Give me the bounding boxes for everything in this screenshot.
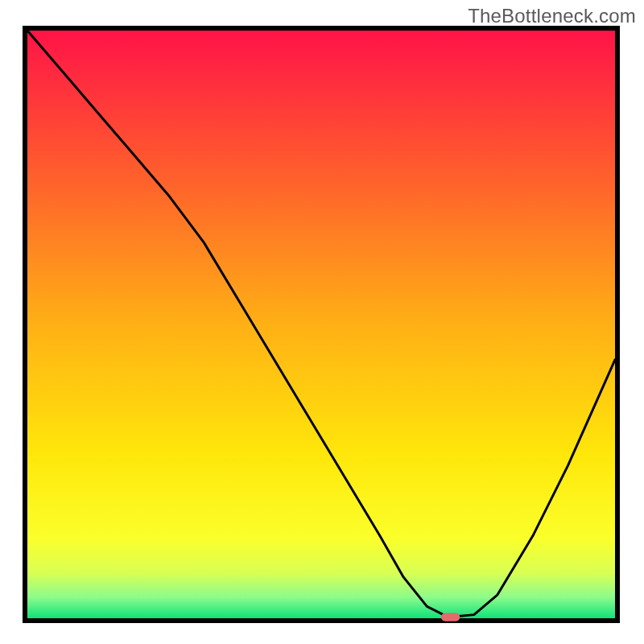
plot-svg bbox=[23, 26, 620, 623]
optimal-marker bbox=[441, 613, 460, 621]
plot-area bbox=[23, 26, 620, 623]
watermark-text: TheBottleneck.com bbox=[468, 5, 636, 27]
chart-stage: TheBottleneck.com bbox=[0, 0, 644, 644]
gradient-background bbox=[25, 28, 617, 621]
